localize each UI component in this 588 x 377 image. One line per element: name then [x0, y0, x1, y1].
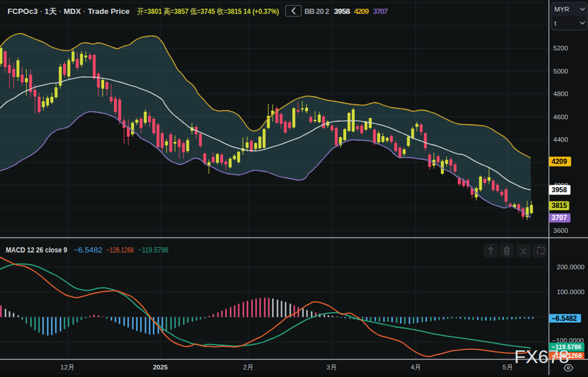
svg-text:2月: 2月 [243, 364, 253, 371]
svg-text:3815: 3815 [552, 202, 567, 210]
svg-text:−119.5786: −119.5786 [138, 246, 168, 254]
svg-text:FX678: FX678 [514, 347, 569, 367]
svg-text:100.0000: 100.0000 [557, 288, 585, 295]
svg-text:4209: 4209 [552, 158, 567, 166]
svg-text:4600: 4600 [553, 114, 568, 120]
svg-text:3707: 3707 [552, 214, 567, 222]
svg-text:MYR: MYR [554, 6, 569, 13]
svg-text:3958: 3958 [552, 186, 567, 194]
svg-text:3月: 3月 [326, 364, 337, 371]
svg-text:4月: 4月 [411, 364, 421, 371]
svg-text:BB 20 2: BB 20 2 [304, 7, 329, 16]
svg-text:12月: 12月 [60, 364, 74, 371]
svg-text:5000: 5000 [553, 68, 568, 75]
svg-text:3600: 3600 [553, 227, 568, 234]
svg-text:FCPOc3 · 1天 · MDX · Trade Pric: FCPOc3 · 1天 · MDX · Trade Price [8, 7, 130, 16]
svg-text:3707: 3707 [373, 7, 388, 16]
svg-text:2025: 2025 [153, 364, 168, 371]
svg-text:4400: 4400 [553, 136, 568, 143]
svg-text:3958: 3958 [334, 7, 350, 16]
svg-text:4800: 4800 [553, 90, 568, 97]
svg-text:开=3801 高=3857 低=3745 收=3815 14: 开=3801 高=3857 低=3745 收=3815 14 (+0.37%) [137, 7, 279, 16]
svg-text:4209: 4209 [354, 7, 369, 16]
svg-text:−6.5482: −6.5482 [552, 314, 577, 323]
svg-text:5200: 5200 [553, 45, 568, 52]
svg-text:MACD 12 26 close 9: MACD 12 26 close 9 [6, 246, 67, 254]
svg-text:−126.1268: −126.1268 [106, 246, 134, 254]
svg-text:−6.5482: −6.5482 [74, 246, 102, 254]
svg-text:5月: 5月 [503, 364, 513, 371]
svg-text:200.0000: 200.0000 [557, 263, 585, 270]
